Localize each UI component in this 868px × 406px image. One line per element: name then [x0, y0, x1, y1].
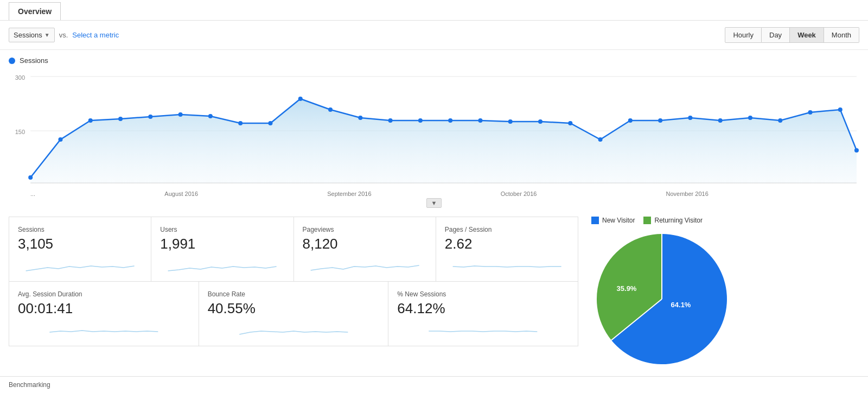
svg-point-18 — [388, 118, 393, 123]
svg-point-7 — [58, 137, 62, 142]
svg-point-31 — [778, 118, 782, 123]
svg-point-22 — [508, 119, 513, 124]
svg-point-15 — [298, 97, 303, 101]
returning-visitor-legend: Returning Visitor — [643, 217, 703, 224]
pageviews-title: Pageviews — [303, 226, 427, 233]
sessions-metric: Sessions 3,105 — [9, 217, 151, 282]
svg-point-29 — [718, 118, 723, 123]
select-metric-link[interactable]: Select a metric — [72, 31, 119, 39]
avg-session-duration-sparkline — [18, 320, 190, 340]
x-label-august: August 2016 — [164, 191, 198, 197]
svg-point-11 — [178, 112, 183, 117]
new-visitor-pct-label: 64.1% — [671, 301, 691, 309]
scroll-down-button[interactable]: ▼ — [426, 198, 442, 208]
bounce-rate-sparkline — [208, 320, 380, 340]
svg-text:150: 150 — [15, 129, 25, 135]
metrics-section: Sessions 3,105 Users 1,991 Pageviews 8,1… — [0, 210, 868, 376]
svg-point-17 — [358, 116, 362, 120]
bottom-section: Benchmarking — [0, 376, 868, 393]
metrics-bottom-grid: Avg. Session Duration 00:01:41 Bounce Ra… — [9, 282, 578, 346]
dropdown-caret-icon: ▼ — [44, 32, 50, 38]
returning-visitor-pct-label: 35.9% — [617, 284, 637, 293]
pie-chart-section: New Visitor Returning Visitor 64.1% 35.9… — [578, 217, 859, 370]
svg-point-6 — [28, 175, 33, 180]
pageviews-sparkline — [303, 256, 427, 275]
returning-visitor-legend-box — [643, 217, 651, 224]
svg-point-19 — [418, 118, 423, 123]
returning-visitor-legend-label: Returning Visitor — [654, 217, 703, 224]
benchmarking-label: Benchmarking — [9, 381, 50, 389]
sessions-value: 3,105 — [18, 236, 142, 252]
users-metric: Users 1,991 — [151, 217, 293, 282]
day-button[interactable]: Day — [762, 27, 790, 43]
chart-x-axis: ... August 2016 September 2016 October 2… — [9, 188, 859, 197]
users-sparkline — [160, 256, 284, 275]
x-label-0: ... — [30, 191, 35, 197]
svg-point-12 — [208, 114, 213, 118]
svg-point-25 — [598, 137, 603, 142]
svg-point-23 — [538, 119, 542, 124]
pageviews-value: 8,120 — [303, 236, 427, 252]
metrics-left: Sessions 3,105 Users 1,991 Pageviews 8,1… — [9, 217, 578, 370]
month-button[interactable]: Month — [824, 27, 859, 43]
new-visitor-legend: New Visitor — [591, 217, 635, 224]
sessions-legend-label: Sessions — [20, 56, 48, 65]
new-sessions-sparkline — [397, 320, 569, 340]
x-label-november: November 2016 — [666, 191, 709, 197]
svg-point-33 — [838, 107, 843, 112]
x-label-september: September 2016 — [327, 191, 371, 197]
bounce-rate-title: Bounce Rate — [208, 290, 380, 298]
hourly-button[interactable]: Hourly — [725, 27, 762, 43]
bounce-rate-metric: Bounce Rate 40.55% — [199, 282, 389, 346]
pages-per-session-title: Pages / Session — [445, 226, 569, 233]
new-sessions-title: % New Sessions — [397, 290, 569, 298]
left-controls: Sessions ▼ vs. Select a metric — [9, 28, 119, 42]
x-label-october: October 2016 — [501, 191, 537, 197]
svg-point-34 — [854, 148, 859, 153]
time-period-buttons: Hourly Day Week Month — [725, 27, 859, 43]
week-button[interactable]: Week — [790, 27, 824, 43]
pie-chart-svg: 64.1% 35.9% — [591, 229, 732, 370]
sessions-title: Sessions — [18, 226, 142, 233]
new-visitor-legend-box — [591, 217, 599, 224]
svg-point-26 — [628, 118, 633, 123]
pages-per-session-metric: Pages / Session 2.62 — [436, 217, 578, 282]
metrics-top-grid: Sessions 3,105 Users 1,991 Pageviews 8,1… — [9, 217, 578, 282]
sessions-sparkline — [18, 256, 142, 275]
vs-label: vs. — [59, 31, 68, 39]
svg-point-20 — [448, 118, 452, 123]
new-sessions-metric: % New Sessions 64.12% — [388, 282, 578, 346]
pages-per-session-sparkline — [445, 256, 569, 275]
pie-chart-container: 64.1% 35.9% — [591, 229, 732, 370]
svg-point-9 — [118, 117, 123, 121]
svg-point-14 — [268, 121, 272, 125]
bounce-rate-value: 40.55% — [208, 300, 380, 317]
svg-point-10 — [148, 115, 152, 119]
pages-per-session-value: 2.62 — [445, 236, 569, 252]
svg-point-28 — [688, 116, 692, 120]
metric-dropdown[interactable]: Sessions ▼ — [9, 28, 55, 42]
svg-point-13 — [238, 121, 242, 125]
pageviews-metric: Pageviews 8,120 — [294, 217, 436, 282]
svg-marker-5 — [30, 99, 857, 183]
svg-point-32 — [808, 110, 813, 115]
overview-tab: Overview — [9, 2, 61, 20]
chart-area: Sessions 300 150 — [0, 50, 868, 208]
avg-session-duration-title: Avg. Session Duration — [18, 290, 190, 298]
line-chart: 300 150 — [9, 69, 859, 188]
svg-text:300: 300 — [15, 74, 25, 81]
svg-point-16 — [328, 107, 333, 112]
controls-row: Sessions ▼ vs. Select a metric Hourly Da… — [0, 21, 868, 50]
page-header: Overview — [0, 0, 868, 21]
chart-legend: Sessions — [9, 56, 859, 65]
svg-point-24 — [568, 121, 572, 125]
avg-session-duration-value: 00:01:41 — [18, 300, 190, 317]
chart-svg: 300 150 — [9, 69, 859, 188]
chart-scroll-indicator: ▼ — [9, 198, 859, 208]
sessions-legend-dot — [9, 58, 15, 64]
avg-session-duration-metric: Avg. Session Duration 00:01:41 — [9, 282, 199, 346]
svg-point-8 — [88, 118, 93, 123]
new-visitor-legend-label: New Visitor — [602, 217, 635, 224]
metric-dropdown-label: Sessions — [14, 31, 42, 39]
new-sessions-value: 64.12% — [397, 300, 569, 317]
